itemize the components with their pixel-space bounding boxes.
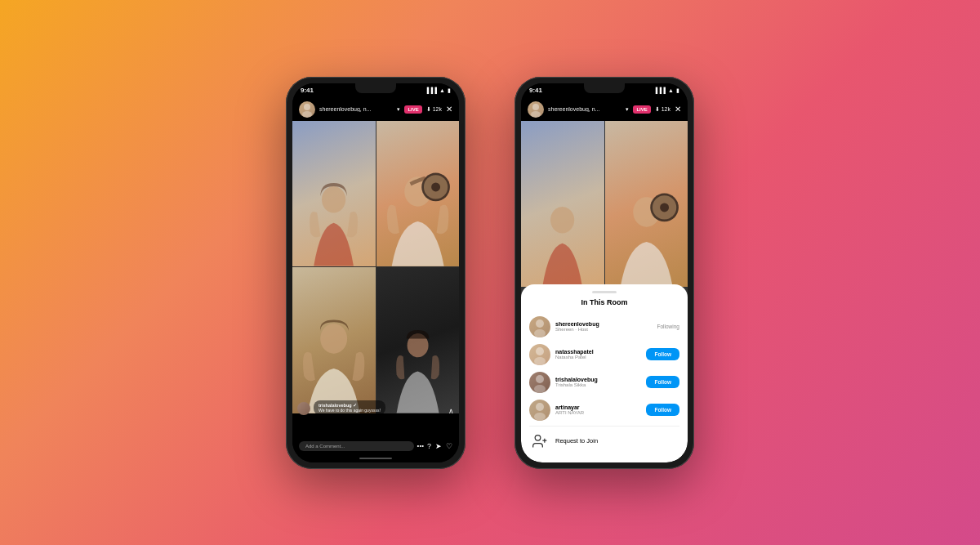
username-trishala: trishalalovebug — [555, 377, 641, 382]
commenter-avatar — [297, 402, 310, 415]
wifi-icon: ▲ — [439, 87, 445, 93]
avatar-shereen — [529, 316, 550, 337]
expand-icon[interactable]: ∧ — [448, 407, 454, 415]
svg-point-1 — [302, 111, 312, 118]
video-grid-left — [292, 121, 459, 413]
more-options-icon[interactable]: ••• — [417, 442, 424, 449]
svg-point-20 — [536, 375, 544, 383]
close-button-left[interactable]: ✕ — [446, 105, 452, 114]
svg-point-17 — [534, 329, 546, 337]
bottom-icons-left: ? ➤ ♡ — [427, 442, 452, 450]
status-bar-right: 9:41 ▐▐▐ ▲ ▮ — [521, 83, 688, 98]
like-icon[interactable]: ♡ — [446, 442, 452, 450]
room-member-arti: artinayar ARTI NAYAR Follow — [529, 396, 679, 424]
svg-point-9 — [532, 104, 539, 110]
bottom-bar-left: Add a Comment... ••• ? ➤ ♡ — [292, 438, 459, 454]
name-trishala: Trishala Sikka — [555, 382, 641, 387]
following-label-shereen: Following — [657, 324, 679, 329]
name-arti: ARTI NAYAR — [555, 410, 641, 415]
chevron-down-icon-left[interactable]: ▾ — [397, 106, 400, 113]
avatar-arti — [529, 400, 550, 421]
svg-point-6 — [431, 183, 440, 192]
comment-bubble: trishalalovebug ✓ We have to do this aga… — [314, 400, 385, 415]
live-badge-left: LIVE — [404, 105, 421, 114]
viewer-count-right: ⬇ 12k — [655, 106, 670, 113]
name-natasha: Natasha Patel — [555, 355, 641, 360]
info-arti: artinayar ARTI NAYAR — [555, 404, 641, 415]
status-icons-right: ▐▐▐ ▲ ▮ — [653, 87, 679, 94]
share-icon[interactable]: ➤ — [435, 442, 442, 450]
sheet-handle — [592, 291, 617, 293]
host-username-right: shereenlovebug, n... — [548, 106, 621, 112]
follow-button-arti[interactable]: Follow — [646, 404, 679, 416]
svg-point-2 — [322, 187, 345, 213]
comment-input-left[interactable]: Add a Comment... — [299, 441, 414, 451]
svg-point-7 — [320, 324, 347, 354]
home-indicator-left — [292, 454, 459, 462]
info-natasha: natasshapatel Natasha Patel — [555, 349, 641, 360]
battery-icon-r: ▮ — [676, 87, 679, 94]
sheet-title: In This Room — [529, 298, 679, 306]
username-natasha: natasshapatel — [555, 349, 641, 355]
room-member-shereen: shereenlovebug Shereen · Host Following — [529, 313, 679, 341]
request-join-label: Request to Join — [555, 437, 598, 444]
svg-point-24 — [535, 435, 541, 440]
signal-icon-r: ▐▐▐ — [653, 87, 666, 93]
follow-button-natasha[interactable]: Follow — [646, 348, 679, 360]
question-icon[interactable]: ? — [427, 442, 431, 450]
comment-overlay-left: trishalalovebug ✓ We have to do this aga… — [297, 400, 454, 415]
room-member-trishala: trishalalovebug Trishala Sikka Follow — [529, 369, 679, 396]
time-left: 9:41 — [301, 87, 314, 94]
avatar-natasha — [529, 344, 550, 365]
phone-right: 9:41 ▐▐▐ ▲ ▮ shereenlovebug, n... ▾ LIVE… — [514, 77, 694, 469]
signal-icon: ▐▐▐ — [425, 87, 437, 93]
video-cell-r1 — [521, 121, 604, 288]
comment-placeholder-left: Add a Comment... — [305, 444, 345, 449]
video-cell-4 — [376, 267, 460, 413]
live-badge-right: LIVE — [633, 105, 650, 114]
svg-point-23 — [534, 413, 546, 421]
svg-point-18 — [536, 347, 544, 355]
viewer-count-left: ⬇ 12k — [426, 106, 442, 113]
room-member-natasha: natasshapatel Natasha Patel Follow — [529, 341, 679, 369]
request-join-icon — [529, 431, 550, 452]
info-shereen: shereenlovebug Shereen · Host — [555, 321, 653, 332]
wifi-icon-r: ▲ — [668, 87, 674, 93]
follow-button-trishala[interactable]: Follow — [646, 376, 679, 388]
svg-point-11 — [550, 208, 574, 234]
battery-icon: ▮ — [448, 87, 451, 94]
top-bar-left: shereenlovebug, n... ▾ LIVE ⬇ 12k ✕ — [292, 98, 459, 121]
svg-point-0 — [304, 104, 310, 110]
host-avatar-left — [299, 101, 315, 118]
status-icons-left: ▐▐▐ ▲ ▮ — [425, 87, 451, 94]
video-cell-r2 — [605, 121, 688, 288]
top-bar-right: shereenlovebug, n... ▾ LIVE ⬇ 12k ✕ — [521, 98, 688, 121]
svg-point-21 — [534, 385, 546, 393]
status-bar-left: 9:41 ▐▐▐ ▲ ▮ — [292, 83, 459, 98]
svg-point-15 — [660, 203, 669, 212]
video-cell-3 — [292, 267, 376, 413]
video-cell-2 — [376, 121, 460, 267]
info-trishala: trishalalovebug Trishala Sikka — [555, 377, 641, 387]
request-to-join-row[interactable]: Request to Join — [529, 426, 679, 456]
video-cell-1 — [292, 121, 376, 267]
avatar-trishala — [529, 372, 550, 393]
svg-point-19 — [534, 357, 546, 365]
username-shereen: shereenlovebug — [555, 321, 653, 327]
time-right: 9:41 — [529, 87, 542, 94]
chevron-down-icon-right[interactable]: ▾ — [626, 106, 629, 113]
svg-point-10 — [531, 111, 541, 118]
svg-point-22 — [536, 403, 544, 411]
close-button-right[interactable]: ✕ — [675, 105, 681, 114]
phone-left: 9:41 ▐▐▐ ▲ ▮ shereenlovebug, n... ▾ LIVE… — [286, 77, 466, 469]
comment-body: We have to do this again guyssss! — [318, 408, 381, 413]
host-username-left: shereenlovebug, n... — [319, 106, 393, 112]
host-avatar-right — [528, 101, 544, 118]
bottom-sheet: In This Room shereenlovebug Shereen · Ho… — [521, 284, 688, 462]
name-shereen: Shereen · Host — [555, 327, 653, 332]
username-arti: artinayar — [555, 404, 641, 410]
svg-point-16 — [536, 319, 544, 328]
